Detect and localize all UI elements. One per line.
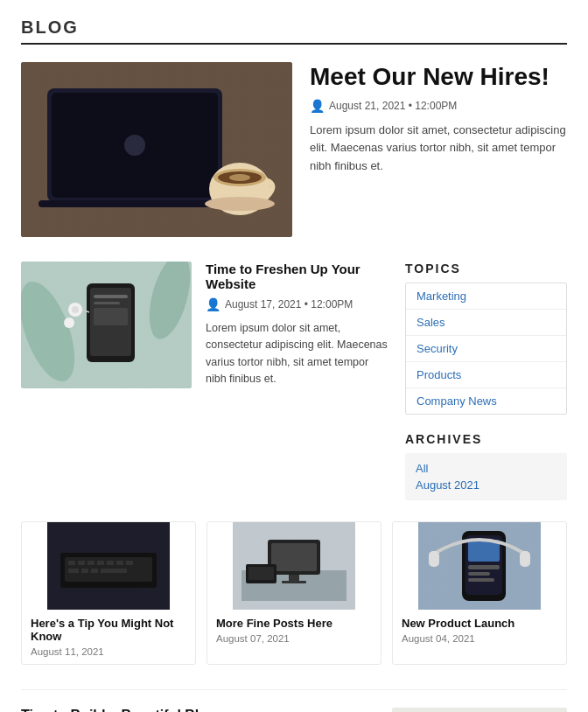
featured-post-content: Meet Our New Hires! 👤 August 21, 2021 • … — [310, 62, 567, 176]
featured-post-excerpt: Lorem ipsum dolor sit amet, consectetur … — [310, 122, 567, 176]
card-2-title: More Fine Posts Here — [216, 617, 372, 630]
secondary-post-content: Time to Freshen Up Your Website 👤 August… — [206, 262, 388, 388]
archive-item-august-2021[interactable]: August 2021 — [416, 478, 556, 492]
topic-item-marketing[interactable]: Marketing — [406, 283, 566, 310]
card-3-date: August 04, 2021 — [402, 633, 557, 644]
archives-list: All August 2021 — [405, 453, 567, 500]
svg-point-4 — [124, 135, 145, 156]
svg-rect-43 — [271, 543, 317, 571]
featured-post-meta: 👤 August 21, 2021 • 12:00PM — [310, 99, 567, 113]
svg-rect-55 — [468, 578, 494, 582]
bottom-post-image — [392, 708, 567, 712]
svg-rect-53 — [468, 565, 500, 569]
svg-rect-35 — [68, 569, 79, 573]
svg-rect-36 — [81, 569, 88, 573]
svg-rect-31 — [97, 561, 104, 565]
topic-item-security[interactable]: Security — [406, 336, 566, 362]
page-title: BLOG — [21, 17, 567, 45]
svg-rect-58 — [392, 708, 567, 712]
svg-rect-17 — [94, 295, 128, 298]
featured-post-title[interactable]: Meet Our New Hires! — [310, 62, 567, 92]
svg-rect-37 — [91, 569, 98, 573]
card-3-title: New Product Launch — [402, 617, 557, 630]
svg-rect-32 — [107, 561, 114, 565]
person-icon-2: 👤 — [206, 297, 220, 311]
featured-post-date: August 21, 2021 • 12:00PM — [329, 100, 457, 112]
bottom-post-title[interactable]: Tips to Build a Beautiful Blog — [21, 708, 374, 712]
svg-rect-57 — [520, 551, 530, 567]
featured-post-image — [21, 62, 292, 237]
secondary-post-title[interactable]: Time to Freshen Up Your Website — [206, 262, 388, 291]
svg-rect-18 — [94, 302, 120, 304]
card-1-date: August 11, 2021 — [31, 646, 186, 657]
topic-item-products[interactable]: Products — [406, 362, 566, 388]
topics-list: Marketing Sales Security Products Compan… — [405, 283, 567, 415]
svg-point-9 — [229, 174, 250, 181]
svg-point-10 — [205, 197, 275, 211]
person-icon: 👤 — [310, 99, 325, 113]
secondary-post-date: August 17, 2021 • 12:00PM — [225, 298, 353, 311]
svg-rect-30 — [88, 561, 94, 565]
svg-rect-28 — [68, 561, 75, 565]
secondary-post-area: Time to Freshen Up Your Website 👤 August… — [21, 262, 388, 500]
topic-item-sales[interactable]: Sales — [406, 310, 566, 336]
card-3-image — [393, 522, 566, 610]
archives-heading: ARCHIVES — [405, 432, 567, 446]
svg-rect-5 — [38, 200, 231, 207]
featured-post: Meet Our New Hires! 👤 August 21, 2021 • … — [21, 62, 567, 237]
card-2-image — [207, 522, 381, 610]
secondary-post-excerpt: Lorem ipsum dolor sit amet, consectetur … — [206, 320, 388, 388]
middle-section: Time to Freshen Up Your Website 👤 August… — [21, 262, 567, 500]
card-2[interactable]: More Fine Posts Here August 07, 2021 — [206, 521, 382, 665]
card-1[interactable]: Here's a Tip You Might Not Know August 1… — [21, 521, 196, 665]
secondary-post: Time to Freshen Up Your Website 👤 August… — [21, 262, 388, 388]
svg-point-23 — [64, 318, 74, 328]
svg-rect-44 — [289, 575, 299, 582]
card-3-body: New Product Launch August 04, 2021 — [393, 610, 566, 651]
svg-rect-19 — [94, 308, 128, 325]
archive-item-all[interactable]: All — [416, 462, 556, 475]
sidebar: TOPICS Marketing Sales Security Products… — [405, 262, 567, 500]
svg-rect-33 — [116, 561, 123, 565]
topics-heading: TOPICS — [405, 262, 567, 276]
topic-item-company-news[interactable]: Company News — [406, 388, 566, 414]
secondary-post-image — [21, 262, 192, 388]
svg-rect-45 — [282, 581, 306, 583]
card-2-date: August 07, 2021 — [216, 633, 372, 644]
svg-rect-34 — [126, 561, 133, 565]
bottom-post-content: Tips to Build a Beautiful Blog 👤 August … — [21, 708, 374, 712]
svg-point-21 — [72, 306, 79, 313]
svg-rect-54 — [468, 572, 490, 576]
bottom-post: Tips to Build a Beautiful Blog 👤 August … — [21, 689, 567, 712]
card-grid: Here's a Tip You Might Not Know August 1… — [21, 521, 567, 665]
secondary-post-meta: 👤 August 17, 2021 • 12:00PM — [206, 297, 388, 311]
card-2-body: More Fine Posts Here August 07, 2021 — [207, 610, 381, 651]
svg-rect-56 — [429, 551, 439, 567]
svg-rect-47 — [248, 567, 274, 580]
svg-rect-38 — [101, 569, 127, 573]
card-1-image — [22, 522, 195, 610]
card-1-body: Here's a Tip You Might Not Know August 1… — [22, 610, 195, 664]
svg-rect-29 — [78, 561, 85, 565]
card-3[interactable]: New Product Launch August 04, 2021 — [392, 521, 567, 665]
card-1-title: Here's a Tip You Might Not Know — [31, 617, 186, 643]
